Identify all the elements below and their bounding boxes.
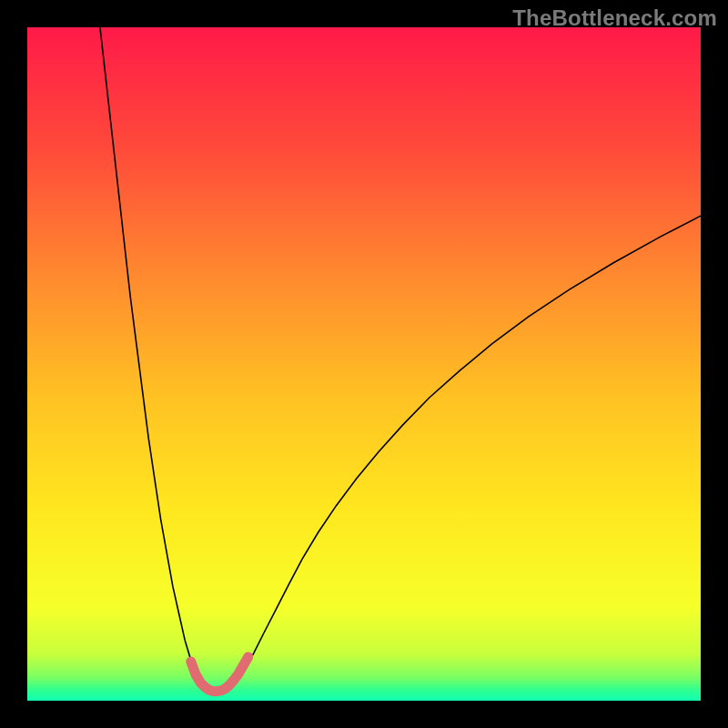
chart-svg [27,27,701,701]
watermark-text: TheBottleneck.com [512,5,717,31]
chart-background [27,27,701,701]
chart-frame: TheBottleneck.com [0,0,728,728]
plot-area [27,27,701,701]
